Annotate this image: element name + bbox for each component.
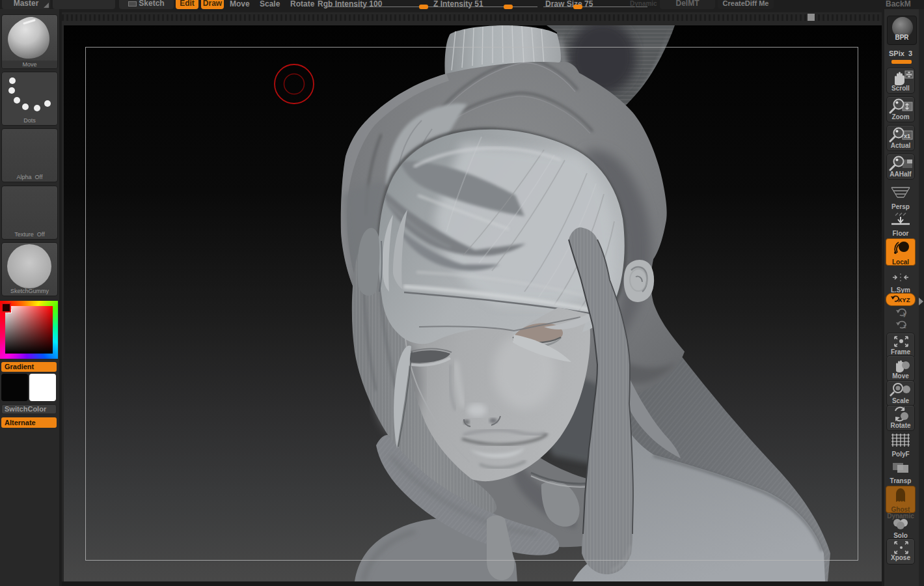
svg-text:x1: x1 bbox=[904, 133, 910, 139]
svg-text:z: z bbox=[903, 323, 906, 329]
svg-text:XYZ: XYZ bbox=[898, 296, 910, 303]
svg-text:y: y bbox=[903, 311, 906, 317]
